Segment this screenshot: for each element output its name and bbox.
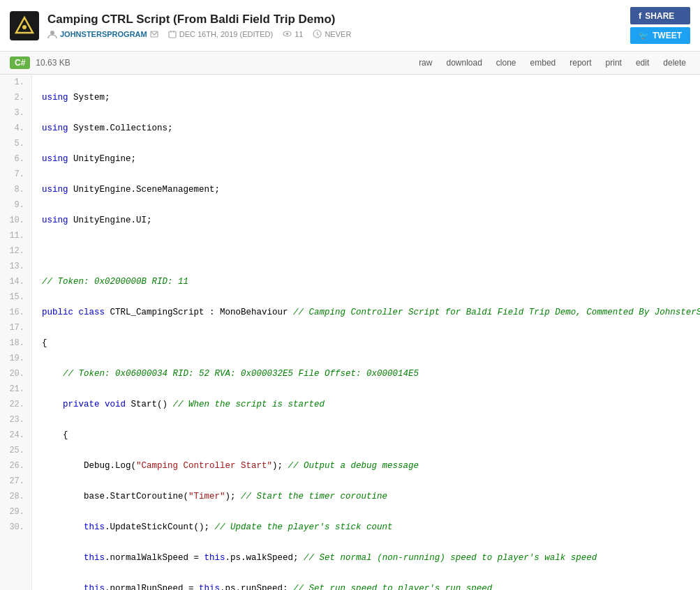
code-line-12: { bbox=[42, 428, 690, 443]
facebook-icon: f bbox=[639, 10, 641, 21]
code-line-13: Debug.Log("Camping Controller Start"); /… bbox=[42, 458, 690, 474]
code-line-6 bbox=[42, 243, 690, 259]
code-line-15: this.UpdateStickCount(); // Update the p… bbox=[42, 520, 690, 535]
svg-point-2 bbox=[22, 25, 27, 29]
page-header: Camping CTRL Script (From Baldi Field Tr… bbox=[0, 0, 700, 52]
mail-icon bbox=[150, 30, 158, 38]
download-button[interactable]: download bbox=[442, 56, 486, 70]
expires-item: NEVER bbox=[313, 29, 351, 38]
code-line-3: using UnityEngine; bbox=[42, 151, 690, 167]
twitter-label: TWEET bbox=[653, 31, 682, 40]
calendar-icon bbox=[168, 30, 177, 38]
header-meta: JOHNSTERSPROGRAM DEC 16TH, 2019 (EDITED)… bbox=[47, 29, 630, 39]
title-area: Camping CTRL Script (From Baldi Field Tr… bbox=[47, 13, 630, 39]
file-size: 10.63 KB bbox=[36, 58, 70, 68]
clock-icon bbox=[313, 29, 322, 38]
user-icon bbox=[47, 29, 57, 39]
expires-text: NEVER bbox=[325, 30, 351, 38]
facebook-label: SHARE bbox=[645, 11, 674, 21]
author-name: JOHNSTERSPROGRAM bbox=[60, 30, 147, 38]
page-title: Camping CTRL Script (From Baldi Field Tr… bbox=[47, 13, 630, 27]
print-button[interactable]: print bbox=[602, 56, 626, 70]
code-line-5: using UnityEngine.UI; bbox=[42, 213, 690, 228]
code-area: 1.2.3.4.5. 6.7.8.9.10. 11.12.13.14.15. 1… bbox=[0, 75, 700, 590]
facebook-share-button[interactable]: f SHARE bbox=[630, 7, 690, 24]
site-logo bbox=[10, 11, 39, 40]
raw-button[interactable]: raw bbox=[415, 56, 436, 70]
report-button[interactable]: report bbox=[565, 56, 595, 70]
eye-icon bbox=[283, 29, 292, 38]
code-line-1: using System; bbox=[42, 90, 690, 105]
edit-button[interactable]: edit bbox=[632, 56, 653, 70]
svg-point-3 bbox=[50, 31, 54, 35]
code-line-11: private void Start() // When the script … bbox=[42, 397, 690, 412]
code-text: using System; using System.Collections; … bbox=[32, 75, 700, 590]
twitter-share-button[interactable]: 🐦 TWEET bbox=[630, 27, 690, 44]
date-item: DEC 16TH, 2019 (EDITED) bbox=[168, 30, 273, 38]
views-count: 11 bbox=[295, 30, 303, 38]
svg-rect-5 bbox=[169, 31, 176, 38]
code-line-2: using System.Collections; bbox=[42, 121, 690, 136]
code-line-7: // Token: 0x0200000B RID: 11 bbox=[42, 274, 690, 289]
code-line-14: base.StartCoroutine("Timer"); // Start t… bbox=[42, 489, 690, 504]
date-text: DEC 16TH, 2019 (EDITED) bbox=[179, 30, 273, 38]
twitter-icon: 🐦 bbox=[639, 31, 649, 40]
views-item: 11 bbox=[283, 29, 303, 38]
language-badge: C# bbox=[10, 56, 30, 69]
code-line-10: // Token: 0x06000034 RID: 52 RVA: 0x0000… bbox=[42, 366, 690, 381]
author-item: JOHNSTERSPROGRAM bbox=[47, 29, 158, 39]
svg-point-9 bbox=[286, 33, 289, 36]
line-numbers: 1.2.3.4.5. 6.7.8.9.10. 11.12.13.14.15. 1… bbox=[0, 75, 32, 590]
code-toolbar: C# 10.63 KB raw download clone embed rep… bbox=[0, 52, 700, 75]
embed-button[interactable]: embed bbox=[526, 56, 560, 70]
code-line-9: { bbox=[42, 335, 690, 351]
code-line-4: using UnityEngine.SceneManagement; bbox=[42, 182, 690, 197]
delete-button[interactable]: delete bbox=[659, 56, 690, 70]
code-line-17: this.normalRunSpeed = this.ps.runSpeed; … bbox=[42, 581, 690, 590]
clone-button[interactable]: clone bbox=[492, 56, 521, 70]
code-line-16: this.normalWalkSpeed = this.ps.walkSpeed… bbox=[42, 550, 690, 566]
code-line-8: public class CTRL_CampingScript : MonoBe… bbox=[42, 305, 690, 320]
social-buttons: f SHARE 🐦 TWEET bbox=[630, 7, 690, 44]
